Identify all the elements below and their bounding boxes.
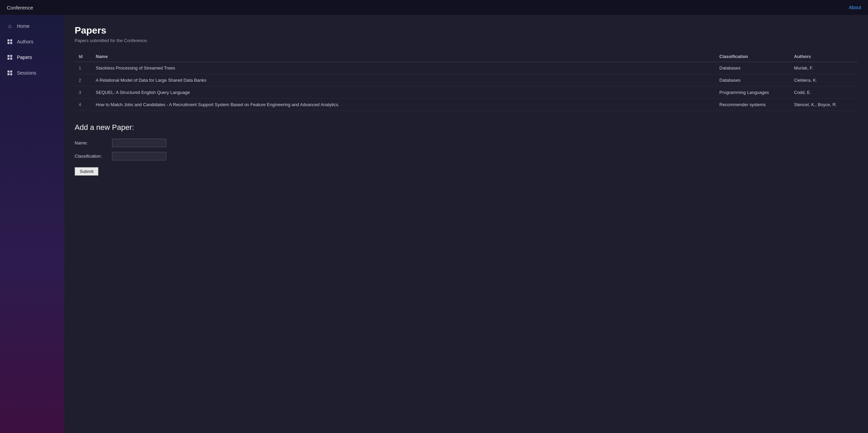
page-title: Papers (75, 25, 858, 36)
layout: Home Authors Papers Sessions Papers Pape… (0, 15, 868, 433)
top-bar: Conference About (0, 0, 868, 15)
main-content: Papers Papers submitted for the Conferen… (64, 15, 868, 433)
cell-id: 1 (75, 62, 92, 74)
papers-icon (7, 54, 13, 60)
cell-id: 3 (75, 86, 92, 99)
sidebar-item-home[interactable]: Home (0, 18, 64, 34)
cell-classification: Recommender systems (715, 99, 790, 111)
table-header-row: Id Name Classification Authors (75, 51, 858, 62)
table-row: 2A Relational Model of Data for Large Sh… (75, 74, 858, 86)
cell-authors: Stencel, K., Boyce, R. (790, 99, 858, 111)
sidebar-item-sessions-label: Sessions (17, 70, 36, 76)
name-form-row: Name: (75, 139, 858, 147)
sessions-icon (7, 70, 13, 76)
cell-classification: Databases (715, 74, 790, 86)
sidebar-item-home-label: Home (17, 23, 30, 29)
sidebar-item-papers[interactable]: Papers (0, 50, 64, 65)
sidebar-item-papers-label: Papers (17, 55, 32, 60)
home-icon (7, 23, 13, 29)
table-row: 4How to Match Jobs and Candidates - A Re… (75, 99, 858, 111)
name-label: Name: (75, 140, 112, 145)
table-row: 3SEQUEL: A Structured English Query Lang… (75, 86, 858, 99)
cell-classification: Programming Languages (715, 86, 790, 99)
sidebar: Home Authors Papers Sessions (0, 15, 64, 433)
about-link[interactable]: About (849, 5, 861, 10)
cell-name: Stackless Processing of Streamed Trees (92, 62, 715, 74)
cell-authors: Murlak, F. (790, 62, 858, 74)
page-subtitle: Papers submitted for the Conference. (75, 38, 858, 43)
col-header-authors: Authors (790, 51, 858, 62)
authors-icon (7, 39, 13, 45)
submit-button[interactable]: Submit (75, 167, 98, 176)
col-header-classification: Classification (715, 51, 790, 62)
classification-label: Classification: (75, 154, 112, 159)
cell-name: A Relational Model of Data for Large Sha… (92, 74, 715, 86)
sidebar-item-authors[interactable]: Authors (0, 34, 64, 50)
papers-table: Id Name Classification Authors 1Stackles… (75, 51, 858, 111)
classification-input[interactable] (112, 152, 166, 160)
cell-authors: Codd, E. (790, 86, 858, 99)
app-title: Conference (7, 5, 33, 11)
col-header-name: Name (92, 51, 715, 62)
cell-id: 2 (75, 74, 92, 86)
cell-name: How to Match Jobs and Candidates - A Rec… (92, 99, 715, 111)
cell-classification: Databases (715, 62, 790, 74)
cell-authors: Ciebiera, K. (790, 74, 858, 86)
classification-form-row: Classification: (75, 152, 858, 160)
cell-name: SEQUEL: A Structured English Query Langu… (92, 86, 715, 99)
name-input[interactable] (112, 139, 166, 147)
add-form-title: Add a new Paper: (75, 123, 858, 132)
sidebar-item-authors-label: Authors (17, 39, 33, 44)
sidebar-item-sessions[interactable]: Sessions (0, 65, 64, 81)
table-row: 1Stackless Processing of Streamed TreesD… (75, 62, 858, 74)
col-header-id: Id (75, 51, 92, 62)
cell-id: 4 (75, 99, 92, 111)
